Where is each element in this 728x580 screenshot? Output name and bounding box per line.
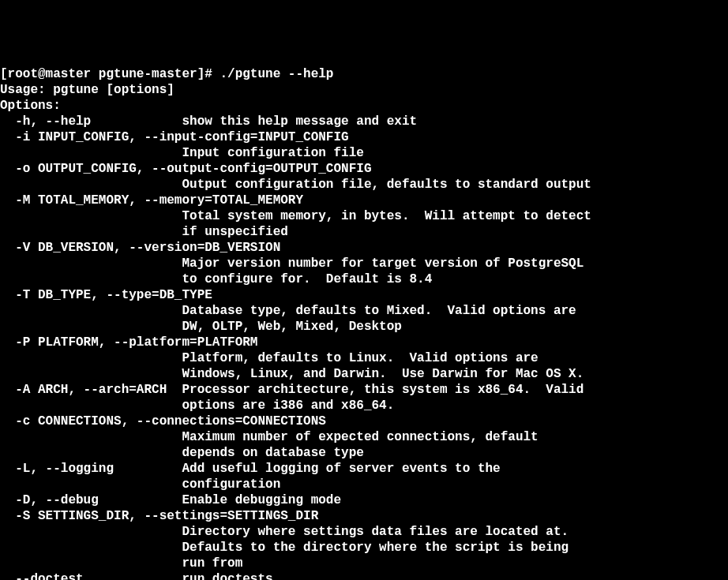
terminal-line: options are i386 and x86_64.	[0, 398, 728, 413]
terminal-line: Output configuration file, defaults to s…	[0, 177, 728, 193]
terminal-line: -o OUTPUT_CONFIG, --output-config=OUTPUT…	[0, 161, 728, 177]
terminal-line: -P PLATFORM, --platform=PLATFORM	[0, 335, 728, 350]
terminal-line: Total system memory, in bytes. Will atte…	[0, 208, 728, 224]
terminal-line: Maximum number of expected connections, …	[0, 429, 728, 445]
terminal-line: Input configuration file	[0, 145, 728, 161]
terminal-line: Major version number for target version …	[0, 256, 728, 271]
terminal-line: --doctest run doctests	[0, 571, 728, 580]
terminal-line: -A ARCH, --arch=ARCH Processor architect…	[0, 382, 728, 398]
terminal-line: -D, --debug Enable debugging mode	[0, 492, 728, 508]
terminal-line: to configure for. Default is 8.4	[0, 271, 728, 287]
terminal-line: Usage: pgtune [options]	[0, 82, 728, 98]
terminal-window[interactable]: [root@master pgtune-master]# ./pgtune --…	[0, 66, 728, 580]
terminal-line: -S SETTINGS_DIR, --settings=SETTINGS_DIR	[0, 508, 728, 524]
terminal-line: [root@master pgtune-master]# ./pgtune --…	[0, 66, 728, 82]
terminal-line: -h, --help show this help message and ex…	[0, 114, 728, 129]
terminal-line: -T DB_TYPE, --type=DB_TYPE	[0, 287, 728, 303]
terminal-line: if unspecified	[0, 224, 728, 240]
terminal-line: -V DB_VERSION, --version=DB_VERSION	[0, 240, 728, 256]
terminal-line: -i INPUT_CONFIG, --input-config=INPUT_CO…	[0, 129, 728, 145]
terminal-line: configuration	[0, 477, 728, 492]
terminal-line: -L, --logging Add useful logging of serv…	[0, 461, 728, 477]
terminal-line: Defaults to the directory where the scri…	[0, 540, 728, 556]
terminal-line: Database type, defaults to Mixed. Valid …	[0, 303, 728, 319]
terminal-line: DW, OLTP, Web, Mixed, Desktop	[0, 319, 728, 335]
terminal-line: -c CONNECTIONS, --connections=CONNECTION…	[0, 413, 728, 429]
terminal-line: run from	[0, 556, 728, 571]
terminal-line: Options:	[0, 98, 728, 114]
terminal-line: Directory where settings data files are …	[0, 524, 728, 540]
terminal-line: Platform, defaults to Linux. Valid optio…	[0, 350, 728, 366]
terminal-line: -M TOTAL_MEMORY, --memory=TOTAL_MEMORY	[0, 193, 728, 208]
terminal-line: depends on database type	[0, 445, 728, 461]
terminal-line: Windows, Linux, and Darwin. Use Darwin f…	[0, 366, 728, 382]
